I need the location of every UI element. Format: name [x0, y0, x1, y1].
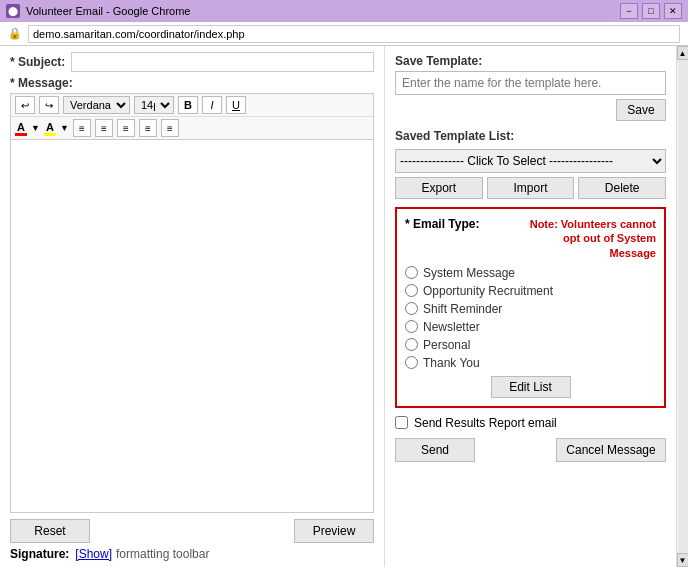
url-input[interactable]: [28, 25, 680, 43]
saved-template-label: Saved Template List:: [395, 129, 666, 143]
template-select[interactable]: ---------------- Click To Select -------…: [395, 149, 666, 173]
message-label: * Message:: [10, 76, 374, 90]
save-template-button[interactable]: Save: [616, 99, 666, 121]
radio-option-shift-reminder: Shift Reminder: [405, 302, 656, 316]
align-center-button[interactable]: ≡: [95, 119, 113, 137]
radio-opportunity[interactable]: [405, 284, 418, 297]
radio-option-system-message: System Message: [405, 266, 656, 280]
email-type-note: Note: Volunteers cannot opt out of Syste…: [516, 217, 656, 260]
preview-button[interactable]: Preview: [294, 519, 374, 543]
title-bar: ⬤ Volunteer Email - Google Chrome − □ ✕: [0, 0, 688, 22]
reset-button[interactable]: Reset: [10, 519, 90, 543]
delete-button[interactable]: Delete: [578, 177, 666, 199]
formatting-text: formatting toolbar: [116, 547, 209, 561]
font-size-select[interactable]: 14px: [134, 96, 174, 114]
radio-personal[interactable]: [405, 338, 418, 351]
bottom-row: Reset Preview: [10, 519, 374, 543]
signature-label: Signature:: [10, 547, 69, 561]
toolbar-row2: A ▼ A ▼ ≡ ≡ ≡ ≡ ≡: [11, 117, 373, 139]
subject-input[interactable]: [71, 52, 374, 72]
align-right-button[interactable]: ≡: [117, 119, 135, 137]
undo-button[interactable]: ↩: [15, 96, 35, 114]
align-left-button[interactable]: ≡: [73, 119, 91, 137]
send-results-checkbox[interactable]: [395, 416, 408, 429]
email-type-title: * Email Type:: [405, 217, 479, 231]
subject-row: * Subject:: [10, 52, 374, 72]
email-type-header: * Email Type: Note: Volunteers cannot op…: [405, 217, 656, 260]
radio-option-newsletter: Newsletter: [405, 320, 656, 334]
browser-icon: ⬤: [6, 4, 20, 18]
send-button[interactable]: Send: [395, 438, 475, 462]
minimize-button[interactable]: −: [620, 3, 638, 19]
send-row: Send Cancel Message: [395, 438, 666, 462]
editor-toolbar: ↩ ↪ Verdana 14px B I U A ▼ A: [10, 93, 374, 140]
send-results-label: Send Results Report email: [414, 416, 557, 430]
highlight-button[interactable]: A: [44, 121, 56, 136]
radio-label-shift-reminder: Shift Reminder: [423, 302, 502, 316]
main-container: * Subject: * Message: ↩ ↪ Verdana 14px B…: [0, 46, 688, 567]
saved-template-section: Saved Template List: ---------------- Cl…: [395, 129, 666, 199]
radio-label-newsletter: Newsletter: [423, 320, 480, 334]
address-bar: 🔒: [0, 22, 688, 46]
edit-list-button[interactable]: Edit List: [491, 376, 571, 398]
radio-thank-you[interactable]: [405, 356, 418, 369]
redo-button[interactable]: ↪: [39, 96, 59, 114]
template-name-input[interactable]: [395, 71, 666, 95]
import-button[interactable]: Import: [487, 177, 575, 199]
scrollbar-track: [678, 60, 688, 553]
bold-button[interactable]: B: [178, 96, 198, 114]
email-type-section: * Email Type: Note: Volunteers cannot op…: [395, 207, 666, 408]
window-title: Volunteer Email - Google Chrome: [26, 5, 190, 17]
save-template-label: Save Template:: [395, 54, 666, 68]
right-panel: Save Template: Save Saved Template List:…: [385, 46, 676, 567]
radio-label-personal: Personal: [423, 338, 470, 352]
radio-label-thank-you: Thank You: [423, 356, 480, 370]
scrollbar-up-button[interactable]: ▲: [677, 46, 689, 60]
show-formatting-link[interactable]: [Show]: [75, 547, 112, 561]
window-controls: − □ ✕: [620, 3, 682, 19]
align-justify-button[interactable]: ≡: [139, 119, 157, 137]
signature-row: Signature: [Show] formatting toolbar: [10, 547, 374, 561]
toolbar-row1: ↩ ↪ Verdana 14px B I U: [11, 94, 373, 117]
export-button[interactable]: Export: [395, 177, 483, 199]
message-editor[interactable]: [10, 140, 374, 513]
close-button[interactable]: ✕: [664, 3, 682, 19]
radio-option-opportunity: Opportunity Recruitment: [405, 284, 656, 298]
radio-shift-reminder[interactable]: [405, 302, 418, 315]
save-template-section: Save Template: Save: [395, 54, 666, 121]
underline-button[interactable]: U: [226, 96, 246, 114]
font-color-dropdown[interactable]: ▼: [31, 123, 40, 133]
cancel-message-button[interactable]: Cancel Message: [556, 438, 666, 462]
italic-button[interactable]: I: [202, 96, 222, 114]
send-results-row: Send Results Report email: [395, 416, 666, 430]
highlight-dropdown[interactable]: ▼: [60, 123, 69, 133]
left-panel: * Subject: * Message: ↩ ↪ Verdana 14px B…: [0, 46, 385, 567]
radio-option-thank-you: Thank You: [405, 356, 656, 370]
radio-newsletter[interactable]: [405, 320, 418, 333]
scrollbar-down-button[interactable]: ▼: [677, 553, 689, 567]
font-color-button[interactable]: A: [15, 121, 27, 136]
maximize-button[interactable]: □: [642, 3, 660, 19]
radio-option-personal: Personal: [405, 338, 656, 352]
radio-system-message[interactable]: [405, 266, 418, 279]
indent-button[interactable]: ≡: [161, 119, 179, 137]
font-select[interactable]: Verdana: [63, 96, 130, 114]
template-actions: Export Import Delete: [395, 177, 666, 199]
right-scrollbar: ▲ ▼: [676, 46, 688, 567]
lock-icon: 🔒: [8, 27, 22, 40]
subject-label: * Subject:: [10, 55, 65, 69]
radio-label-opportunity: Opportunity Recruitment: [423, 284, 553, 298]
radio-label-system-message: System Message: [423, 266, 515, 280]
